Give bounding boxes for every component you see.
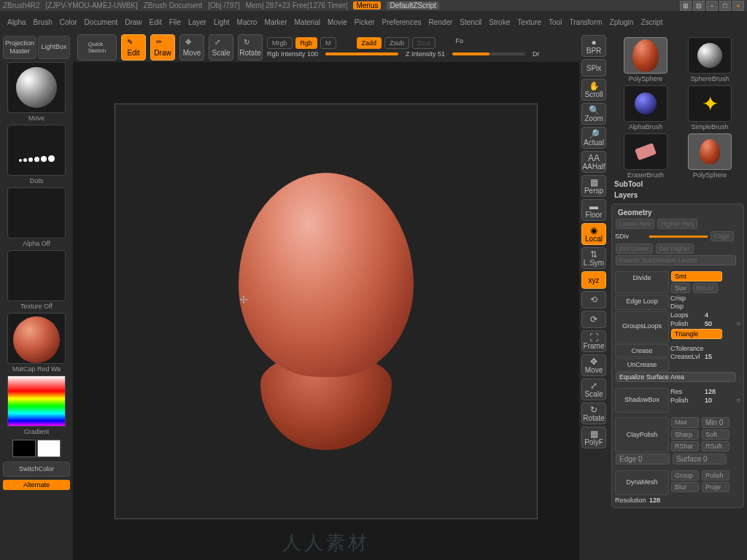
soft-button[interactable]: Soft [702, 429, 729, 440]
mrgb-toggle[interactable]: Mrgb [267, 37, 293, 49]
menu-item[interactable]: Light [214, 18, 230, 26]
tool-spherebrush[interactable] [688, 37, 732, 74]
persp-button[interactable]: ▦Persp [581, 175, 606, 197]
floor-button[interactable]: ▬Floor [581, 199, 606, 221]
xyz-button[interactable]: xyz [581, 271, 606, 289]
texture-preview[interactable] [7, 250, 66, 301]
rotate3d-button[interactable]: ↻Rotate [581, 402, 606, 424]
aahalf-button[interactable]: AAAAHalf [581, 151, 606, 173]
triangle-toggle[interactable]: Triangle [671, 329, 722, 339]
menu-item[interactable]: Render [429, 18, 453, 26]
menu-item[interactable]: Texture [517, 18, 541, 26]
polyf-button[interactable]: ▦PolyF [581, 427, 606, 448]
max-button[interactable]: Max [671, 417, 699, 428]
dynamesh-button[interactable]: DynaMesh [615, 470, 669, 495]
rsoft-button[interactable]: RSoft [702, 441, 729, 451]
transpose-icon[interactable]: ⟲ [581, 291, 606, 308]
close-icon[interactable]: × [732, 1, 744, 11]
alternate-button[interactable]: Alternate [3, 480, 70, 490]
menu-item[interactable]: Marker [264, 18, 287, 26]
move-button[interactable]: ✥Move [179, 34, 204, 61]
group-button[interactable]: Group [671, 470, 699, 481]
project-button[interactable]: Proje [702, 482, 729, 492]
move3d-button[interactable]: ✥Move [581, 354, 606, 376]
surface-slider[interactable]: Surface 0 [673, 454, 727, 464]
menu-item[interactable]: Draw [125, 18, 142, 26]
draw-button[interactable]: ✏Draw [150, 34, 175, 61]
swatch-black[interactable] [12, 440, 36, 457]
zadd-toggle[interactable]: Zadd [357, 37, 382, 49]
menu-item[interactable]: Transform [569, 18, 602, 26]
minimize-icon[interactable]: − [706, 1, 718, 11]
menu-item[interactable]: Layer [188, 18, 206, 26]
zsub-toggle[interactable]: Zsub [384, 37, 409, 49]
menu-item[interactable]: Brush [34, 18, 53, 26]
tool-eraserbrush[interactable] [624, 133, 667, 170]
blur-button[interactable]: Blur [671, 482, 699, 492]
freeze-subdiv-button[interactable]: Freeze SubDivision Levels [616, 255, 736, 265]
edit-button[interactable]: ✎Edit [121, 34, 146, 61]
rgb-intensity-slider[interactable] [325, 52, 398, 55]
switchcolor-button[interactable]: SwitchColor [3, 462, 70, 477]
menu-item[interactable]: Tool [549, 18, 562, 26]
sdiv-slider[interactable] [649, 236, 708, 238]
actual-button[interactable]: 🔎Actual [581, 127, 606, 149]
scale3d-button[interactable]: ⤢Scale [581, 378, 606, 400]
menu-item[interactable]: Zscript [640, 18, 662, 26]
zoom-button[interactable]: 🔍Zoom [581, 103, 606, 125]
cage-button[interactable]: Cage [711, 231, 734, 241]
projection-master-button[interactable]: Projection Master [3, 36, 36, 59]
alpha-preview[interactable] [7, 187, 66, 238]
menu-item[interactable]: Document [85, 18, 118, 26]
menu-item[interactable]: Material [295, 18, 321, 26]
polish3-button[interactable]: Polish [702, 470, 729, 481]
menu-item[interactable]: Stroke [489, 18, 510, 26]
lsym-button[interactable]: ⇅L.Sym [581, 247, 606, 269]
menu-item[interactable]: Preferences [382, 18, 422, 26]
del-higher-button[interactable]: Del Higher [656, 244, 694, 254]
higher-res-button[interactable]: Higher Res [657, 219, 697, 229]
crease-button[interactable]: Crease [615, 344, 669, 357]
brush-preview[interactable] [7, 62, 66, 113]
maximize-icon[interactable]: □ [719, 1, 731, 11]
del-lower-button[interactable]: Del Lower [616, 244, 653, 254]
layout-icon[interactable]: ⊟ [693, 1, 705, 11]
menus-toggle[interactable]: Menus [353, 1, 381, 9]
tool-simplebrush[interactable]: ✦ [688, 85, 732, 122]
lower-res-button[interactable]: Lower Res [616, 219, 654, 229]
z-intensity-slider[interactable] [452, 52, 525, 55]
m-toggle[interactable]: M [320, 37, 336, 49]
tool-alphabrush[interactable] [624, 85, 667, 122]
menu-item[interactable]: Edit [150, 18, 162, 26]
min-button[interactable]: Min 0 [702, 417, 729, 428]
default-zscript[interactable]: DefaultZScript [387, 1, 438, 9]
zcut-toggle[interactable]: Zcut [412, 37, 436, 49]
menu-item[interactable]: File [169, 18, 181, 26]
lightbox-button[interactable]: LightBox [38, 36, 70, 59]
color-picker[interactable] [7, 376, 66, 427]
tool-polysphere[interactable] [688, 133, 732, 170]
swatch-white[interactable] [37, 440, 61, 457]
transpose-icon[interactable]: ⟳ [581, 311, 606, 328]
menu-item[interactable]: Stencil [460, 18, 481, 26]
quicksketch-button[interactable]: Quick Sketch [77, 34, 117, 61]
local-button[interactable]: ◉Local [581, 223, 606, 245]
subtool-header[interactable]: SubTool [611, 179, 744, 190]
shadowbox-button[interactable]: ShadowBox [615, 388, 669, 413]
divide-button[interactable]: Divide [615, 271, 669, 293]
stroke-preview[interactable] [7, 125, 66, 176]
scroll-button[interactable]: ✋Scroll [581, 79, 606, 101]
rgb-toggle[interactable]: Rgb [295, 37, 318, 49]
menu-item[interactable]: Zplugin [610, 18, 634, 26]
edge-slider[interactable]: Edge 0 [616, 454, 670, 464]
menu-item[interactable]: Alpha [7, 18, 26, 26]
geometry-title[interactable]: Geometry [615, 207, 740, 218]
edgeloop-button[interactable]: Edge Loop [615, 295, 669, 310]
scale-button[interactable]: ⤢Scale [209, 34, 233, 61]
menu-item[interactable]: Movie [328, 18, 347, 26]
viewport[interactable]: ✢ [115, 104, 538, 519]
tool-polysphere[interactable] [624, 37, 667, 74]
rotate-button[interactable]: ↻Rotate [238, 34, 263, 61]
equalize-button[interactable]: Equalize Surface Area [616, 372, 736, 382]
rshar-button[interactable]: RShar [671, 441, 699, 451]
